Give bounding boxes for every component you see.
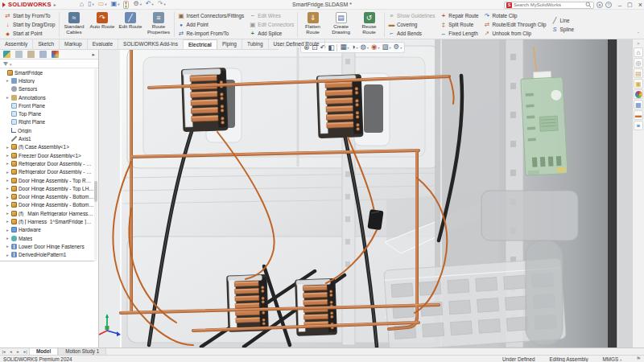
undo-icon[interactable] [146,0,154,9]
route-through-clip-button[interactable]: Route/Edit Through Clip [483,20,546,29]
close-icon[interactable] [638,1,642,9]
edit-route-button[interactable]: Edit Route [117,10,145,39]
solidworks-forum-icon[interactable] [634,121,643,130]
status-tag-icon[interactable] [636,356,641,362]
minimize-icon[interactable] [618,2,621,9]
standard-cables-button[interactable]: Standard Cables [60,10,89,39]
repair-route-button[interactable]: Repair Route [440,11,478,20]
reuse-route-button[interactable]: Reuse Route [355,10,383,39]
units-selector[interactable]: MMGS [603,356,622,362]
custom-properties-icon[interactable] [634,110,643,120]
insert-connectors-button[interactable]: Insert Connectors/Fittings [178,11,245,20]
login-icon[interactable]: ● [597,2,603,8]
nav-last-icon[interactable] [22,348,29,355]
model-tab[interactable]: Model [29,348,58,355]
solidworks-resources-icon[interactable] [634,58,643,68]
auto-route-button[interactable]: Auto Route [89,10,117,39]
task-pane-close-icon[interactable] [637,41,640,46]
nav-next-icon[interactable] [14,348,22,355]
property-manager-tab-icon[interactable] [15,51,23,58]
nav-prev-icon[interactable] [7,348,14,355]
tab-electrical[interactable]: Electrical [184,39,217,49]
search-input[interactable] [514,2,584,7]
tree-item[interactable]: ▸Door Hinge Assembly - Bottom RH<1> [0,192,94,200]
tab-tubing[interactable]: Tubing [242,39,269,49]
design-library-icon[interactable] [634,68,643,78]
tree-item[interactable]: ▸(f) [ Harness_1^SmartFridge ]<1> [0,217,94,225]
options-gear-icon[interactable] [133,0,141,9]
tree-item[interactable]: ▸Door Hinge Assembly - Bottom LH<1> [0,201,94,209]
tree-item[interactable]: ▸Annotations [0,93,94,101]
new-document-icon[interactable] [88,0,94,9]
tree-item[interactable]: ▸(f) _Main Refrigerator Harness<1> [0,209,94,217]
ribbon-collapse-icon[interactable] [638,31,639,37]
tree-item[interactable]: ▸History [0,76,94,84]
hide-show-items-icon[interactable] [361,42,369,53]
reimport-fromto-button[interactable]: Re-Import From/To [178,29,245,38]
tree-item[interactable]: ▸Refrigerator Door Assembly - RH<1> [0,159,94,167]
tree-item[interactable]: ▸Door Hinge Assembly - Top LH<1> [0,184,94,192]
save-icon[interactable] [111,0,120,9]
tab-evaluate[interactable]: Evaluate [88,39,118,49]
display-manager-tab-icon[interactable] [52,51,59,58]
unhook-from-clip-button[interactable]: Unhook from Clip [483,29,546,38]
redo-icon[interactable] [158,0,166,9]
tab-sketch[interactable]: Sketch [33,39,60,49]
view-palette-icon[interactable] [634,100,643,109]
tree-scrollbar[interactable] [94,68,97,261]
appearances-scenes-icon[interactable] [634,89,643,99]
menu-expand-icon[interactable] [54,1,56,9]
tree-item[interactable]: Axis1 [0,134,94,142]
configuration-manager-tab-icon[interactable] [27,51,35,58]
help-icon[interactable]: ? [605,2,612,8]
tree-item[interactable]: ▸Hardware [0,226,94,234]
tree-filter-row[interactable] [0,60,98,68]
create-drawing-button[interactable]: Create Drawing [327,10,355,39]
home-icon[interactable] [80,0,84,9]
view-settings-icon[interactable] [394,42,402,53]
start-by-dragdrop-button[interactable]: Start by Drag/Drop [4,20,56,29]
restore-icon[interactable] [627,2,633,8]
motion-study-tab[interactable]: Motion Study 1 [58,348,106,355]
tree-item[interactable]: Origin [0,126,94,134]
spline-button[interactable]: Spline [551,25,575,34]
water-tank[interactable] [526,241,563,345]
tree-item[interactable]: ▸Freezer Door Assembly<1> [0,151,94,159]
tree-item[interactable]: ▸Lower Door Hinge Fasteners [0,242,94,250]
open-icon[interactable] [98,0,107,9]
file-explorer-icon[interactable] [634,79,643,88]
line-button[interactable]: Line [551,16,575,25]
tree-scrollbar-thumb[interactable] [94,181,97,202]
search-box[interactable]: S [504,2,594,10]
tree-item[interactable]: ▸Mates [0,234,94,242]
tree-item[interactable]: ▸DerivedHolePattern1 [0,251,94,259]
start-at-point-button[interactable]: Start at Point [4,29,56,38]
viewport-canvas[interactable] [99,39,632,348]
rebuild-traffic-light-icon[interactable] [123,1,129,9]
covering-button[interactable]: Covering [388,20,435,29]
start-by-fromto-button[interactable]: Start by From/To [4,11,56,20]
tree-item[interactable]: Front Plane [0,101,94,109]
tree-item-root[interactable]: SmartFridge [0,68,94,76]
tree-item[interactable]: Right Plane [0,118,94,126]
tab-user-defined-route[interactable]: User Defined Route [269,39,325,49]
edit-appearance-icon[interactable] [371,42,379,53]
add-splice-button[interactable]: Add Splice [249,29,294,38]
section-view-icon[interactable] [328,43,334,52]
tab-markup[interactable]: Markup [60,39,88,49]
rotate-clip-button[interactable]: Rotate Clip [483,11,546,20]
dimxpert-manager-tab-icon[interactable] [39,51,47,58]
flatten-route-button[interactable]: Flatten Route [299,10,327,39]
view-orientation-icon[interactable] [340,42,349,53]
tree-item[interactable]: ▸Door Hinge Assembly - Top RH<1> [0,176,94,184]
search-icon[interactable] [585,2,592,8]
rollback-bar[interactable] [0,261,94,261]
fixed-length-button[interactable]: Fixed Length [440,29,478,38]
route-properties-button[interactable]: Route Properties [145,10,173,39]
feature-manager-tab-icon[interactable] [3,51,10,58]
split-route-button[interactable]: Split Route [440,20,478,29]
tree-item[interactable]: Top Plane [0,109,94,117]
tab-piping[interactable]: Piping [217,39,242,49]
splice-connector[interactable] [367,209,383,230]
add-bends-button[interactable]: Add Bends [388,29,435,38]
